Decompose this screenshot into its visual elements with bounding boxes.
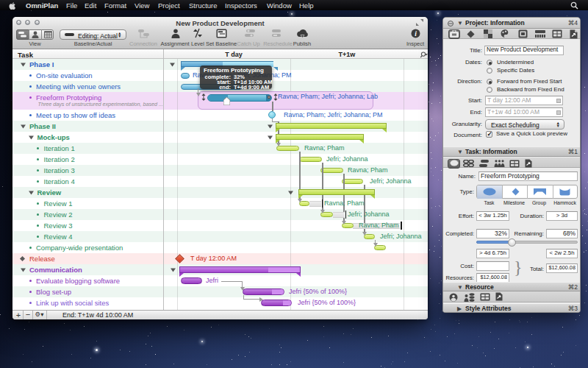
svg-text:i: i [415, 30, 417, 38]
